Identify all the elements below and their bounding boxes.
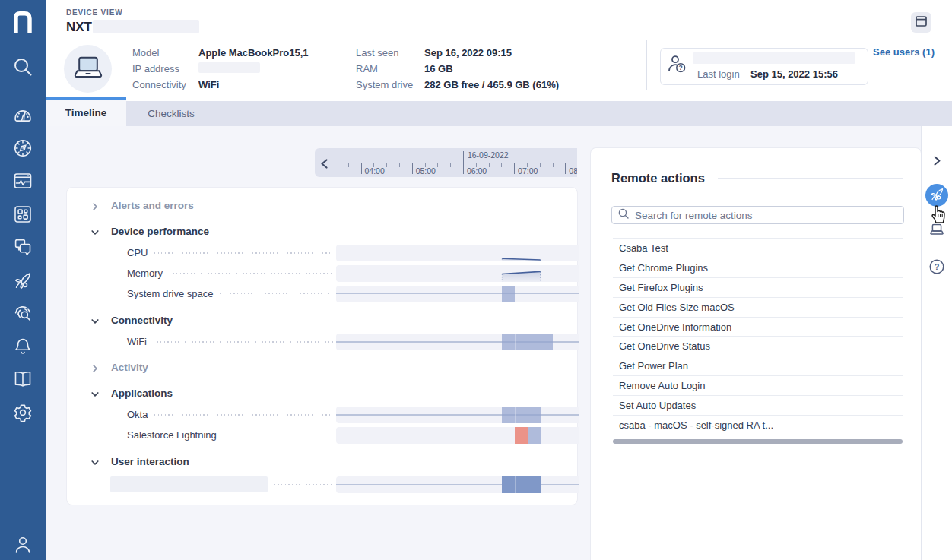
section-label: Activity	[111, 362, 148, 373]
timeline-track	[336, 407, 579, 423]
section-chevron-icon	[90, 362, 100, 372]
remote-action-item[interactable]: Remove Auto Login	[613, 376, 903, 396]
remote-action-item[interactable]: Csaba Test	[613, 239, 903, 258]
search-icon[interactable]	[14, 58, 33, 80]
timeline-section-device-performance[interactable]: Device performance	[67, 222, 577, 240]
timeline-block[interactable]	[502, 476, 515, 493]
ruler-tick	[450, 163, 451, 167]
section-chevron-icon	[90, 457, 100, 466]
layout-toggle-button[interactable]	[911, 12, 931, 33]
timeline-section-alerts-and-errors[interactable]: Alerts and errors	[67, 196, 577, 214]
block-seam	[528, 407, 528, 423]
title-divider	[718, 178, 903, 179]
sidebar-item-book-icon[interactable]	[14, 371, 32, 391]
timeline-section-applications[interactable]: Applications	[67, 384, 577, 402]
remote-action-item[interactable]: Get Old Files Size macOS	[613, 298, 903, 318]
metric-line-chart	[336, 265, 579, 282]
nexthink-logo[interactable]	[14, 11, 32, 36]
block-seam	[541, 334, 541, 350]
ruler-hour-label: 06:00	[467, 166, 487, 176]
section-chevron-icon	[90, 388, 100, 397]
ruler-tick	[425, 163, 426, 167]
tab-timeline[interactable]: Timeline	[46, 97, 126, 126]
row-label-memory: Memory	[127, 267, 163, 279]
timeline-section-user-interaction[interactable]: User interaction	[67, 452, 577, 470]
block-seam	[528, 334, 528, 350]
timeline-block[interactable]	[541, 334, 554, 350]
leader-dots	[154, 414, 333, 416]
ruler-back-icon[interactable]	[320, 158, 328, 172]
info-value: Sep 16, 2022 09:15	[424, 45, 559, 61]
block-seam	[528, 476, 528, 493]
timeline-block[interactable]	[528, 407, 541, 423]
sidebar-item-chat-icon[interactable]	[14, 238, 32, 259]
leader-dots	[154, 252, 333, 254]
timeline-block[interactable]	[515, 334, 528, 350]
remote-action-item[interactable]: Set Auto Updates	[613, 396, 903, 416]
remote-action-item[interactable]: Get Chrome Plugins	[613, 258, 903, 278]
last-login-label: Last login	[697, 68, 740, 80]
info-value: Apple MacBookPro15,1	[198, 45, 309, 61]
tab-checklists[interactable]: Checklists	[126, 101, 216, 127]
sidebar-item-finder-search-icon[interactable]	[14, 304, 32, 325]
timeline-track	[336, 334, 579, 350]
header-divider	[646, 40, 647, 90]
timeline-track	[336, 427, 579, 444]
sidebar-item-rocket-icon[interactable]	[14, 271, 33, 293]
timeline-block[interactable]	[528, 334, 541, 350]
row-label-redacted	[110, 476, 268, 492]
row-label-wifi: WiFi	[127, 336, 147, 347]
info-label: RAM	[356, 61, 413, 77]
help-rail-icon[interactable]: ?	[929, 259, 944, 277]
leader-dots	[224, 435, 333, 436]
timeline-block[interactable]	[502, 407, 515, 423]
timeline-block[interactable]	[515, 476, 528, 493]
remote-actions-search[interactable]	[611, 206, 904, 224]
remote-actions-title: Remote actions	[611, 171, 705, 185]
remote-action-item[interactable]: csaba - macOS - self-signed RA t...	[613, 416, 903, 435]
main-content: 04:0005:0006:0016-09-202207:0008:00 Aler…	[46, 126, 952, 560]
horizontal-scrollbar[interactable]	[613, 439, 903, 444]
timeline-card: Alerts and errorsDevice performanceCPUMe…	[66, 187, 578, 505]
track-centerline	[336, 435, 579, 436]
remote-action-item[interactable]: Get OneDrive Information	[613, 318, 903, 337]
svg-text:?: ?	[935, 262, 940, 271]
remote-action-item[interactable]: Get Power Plan	[613, 356, 903, 376]
see-users-link[interactable]: See users (1)	[828, 46, 935, 58]
ruler-tick	[412, 163, 413, 174]
section-label: Connectivity	[111, 315, 173, 326]
timeline-block[interactable]	[515, 427, 528, 444]
timeline-block[interactable]	[528, 476, 541, 493]
search-input[interactable]	[635, 210, 903, 221]
ruler-tick	[476, 163, 477, 167]
info-value: WiFi	[198, 77, 309, 93]
timeline-block[interactable]	[528, 427, 541, 444]
ruler-tick	[565, 163, 566, 174]
page-header: DEVICE VIEW NXT ModelIP addressConnectiv…	[46, 0, 952, 97]
timeline-section-activity[interactable]: Activity	[67, 358, 577, 376]
last-login-value: Sep 15, 2022 15:56	[750, 68, 838, 80]
sidebar	[0, 0, 46, 560]
sidebar-item-gauge-icon[interactable]	[14, 107, 32, 125]
ruler-date-label: 16-09-2022	[468, 150, 509, 160]
sidebar-item-bell-icon[interactable]	[14, 337, 32, 359]
profile-icon[interactable]	[14, 536, 31, 557]
sidebar-item-compass-icon[interactable]	[14, 139, 32, 160]
device-view-eyebrow: DEVICE VIEW	[66, 8, 122, 17]
ruler-hour-label: 05:00	[416, 166, 436, 176]
sidebar-item-monitor-pulse-icon[interactable]	[14, 173, 32, 192]
timeline-block[interactable]	[502, 334, 515, 350]
timeline-block[interactable]	[502, 286, 515, 302]
sidebar-item-apps-grid-icon[interactable]	[14, 205, 32, 226]
expand-panel-icon[interactable]	[932, 155, 942, 169]
ruler-tick	[527, 163, 528, 167]
timeline-section-connectivity[interactable]: Connectivity	[67, 311, 577, 329]
panel-layout-icon	[916, 16, 927, 30]
sidebar-item-gear-icon[interactable]	[14, 403, 32, 425]
ruler-tick	[437, 163, 438, 167]
leader-dots	[274, 484, 333, 486]
remote-action-item[interactable]: Get OneDrive Status	[613, 337, 903, 356]
remote-action-item[interactable]: Get Firefox Plugins	[613, 278, 903, 298]
timeline-block[interactable]	[515, 407, 528, 423]
tab-bar: Timeline Checklists	[46, 97, 952, 126]
